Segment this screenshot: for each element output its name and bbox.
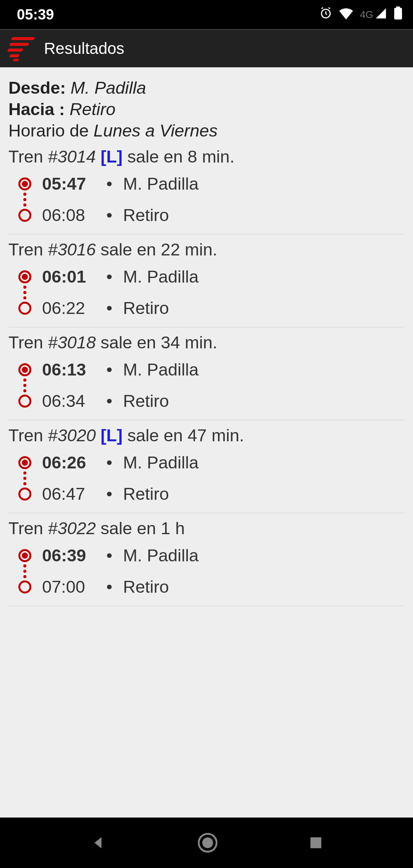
train-item[interactable]: Tren #3014 [L] sale en 8 min.05:47•M. Pa…: [8, 147, 405, 234]
train-number: #3016: [48, 240, 96, 259]
separator-dot: •: [106, 296, 112, 320]
from-label: Desde:: [8, 78, 71, 98]
signal-icon: [375, 7, 387, 23]
app-bar: Resultados: [0, 29, 413, 67]
arrival-marker-icon: [18, 302, 31, 315]
arrival-row: 06:22•Retiro: [18, 296, 405, 320]
nav-home-icon[interactable]: [197, 832, 218, 853]
arrival-time: 07:00: [42, 575, 96, 599]
arrival-marker-icon: [18, 488, 31, 501]
status-time: 05:39: [17, 7, 54, 23]
departure-row: 05:47•M. Padilla: [18, 172, 405, 196]
separator-dot: •: [106, 544, 112, 567]
train-item[interactable]: Tren #3016 sale en 22 min.06:01•M. Padil…: [8, 240, 405, 327]
to-value: Retiro: [70, 99, 115, 119]
route-connector-icon: [18, 563, 31, 580]
route-connector-icon: [18, 377, 31, 394]
battery-icon: [394, 7, 402, 23]
train-title: Tren #3016 sale en 22 min.: [8, 240, 405, 260]
departure-time: 06:39: [42, 544, 96, 567]
separator-dot: •: [106, 482, 112, 506]
arrival-station: Retiro: [123, 389, 169, 413]
departure-station: M. Padilla: [123, 451, 199, 475]
route-schedule: Horario de Lunes a Viernes: [8, 120, 405, 141]
train-item[interactable]: Tren #3018 sale en 34 min.06:13•M. Padil…: [8, 333, 405, 420]
departure-marker-icon: [18, 363, 31, 376]
nav-back-icon[interactable]: [90, 834, 107, 851]
departure-row: 06:39•M. Padilla: [18, 544, 405, 567]
train-prefix: Tren: [8, 147, 48, 166]
train-stops: 06:13•M. Padilla06:34•Retiro: [8, 358, 405, 413]
departure-row: 06:13•M. Padilla: [18, 358, 405, 382]
train-prefix: Tren: [8, 333, 48, 352]
connector-row: [18, 382, 405, 389]
departure-time: 06:26: [42, 451, 96, 475]
route-connector-icon: [18, 191, 31, 208]
connector-row: [18, 567, 405, 575]
departure-station: M. Padilla: [123, 358, 199, 382]
train-suffix: sale en 22 min.: [96, 240, 218, 259]
arrival-marker-icon: [18, 395, 31, 408]
arrival-station: Retiro: [123, 296, 169, 320]
train-number: #3014: [48, 147, 96, 166]
arrival-time: 06:08: [42, 203, 96, 227]
train-item[interactable]: Tren #3022 sale en 1 h06:39•M. Padilla07…: [8, 519, 405, 606]
separator-dot: •: [106, 451, 112, 475]
route-to: Hacia : Retiro: [8, 99, 405, 120]
arrival-time: 06:22: [42, 296, 96, 320]
departure-row: 06:26•M. Padilla: [18, 451, 405, 475]
train-tag: [L]: [101, 426, 122, 445]
train-stops: 06:01•M. Padilla06:22•Retiro: [8, 265, 405, 320]
train-title: Tren #3018 sale en 34 min.: [8, 333, 405, 353]
route-from: Desde: M. Padilla: [8, 77, 405, 99]
wifi-icon: [339, 7, 353, 23]
arrival-marker-icon: [18, 580, 31, 593]
train-suffix: sale en 1 h: [96, 519, 185, 538]
separator-dot: •: [106, 265, 112, 289]
departure-time: 05:47: [42, 172, 96, 196]
departure-marker-icon: [18, 456, 31, 469]
arrival-marker-icon: [18, 209, 31, 222]
train-stops: 05:47•M. Padilla06:08•Retiro: [8, 172, 405, 227]
train-suffix: sale en 47 min.: [122, 426, 244, 445]
separator-dot: •: [106, 389, 112, 413]
connector-row: [18, 475, 405, 482]
departure-station: M. Padilla: [123, 544, 199, 567]
route-connector-icon: [18, 284, 31, 301]
departure-marker-icon: [18, 177, 31, 190]
arrival-row: 06:47•Retiro: [18, 482, 405, 506]
train-prefix: Tren: [8, 426, 48, 445]
train-title: Tren #3020 [L] sale en 47 min.: [8, 426, 405, 445]
departure-time: 06:13: [42, 358, 96, 382]
train-stops: 06:26•M. Padilla06:47•Retiro: [8, 451, 405, 506]
train-prefix: Tren: [8, 519, 48, 538]
train-suffix: sale en 8 min.: [122, 147, 234, 166]
nav-bar: [0, 818, 413, 868]
departure-time: 06:01: [42, 265, 96, 289]
svg-rect-5: [310, 837, 321, 848]
train-title: Tren #3014 [L] sale en 8 min.: [8, 147, 405, 167]
app-logo-icon: [8, 35, 34, 62]
arrival-station: Retiro: [123, 575, 169, 599]
nav-recent-icon[interactable]: [309, 835, 323, 850]
arrival-row: 07:00•Retiro: [18, 575, 405, 599]
app-bar-title: Resultados: [44, 39, 124, 58]
route-connector-icon: [18, 470, 31, 487]
train-number: #3022: [48, 519, 96, 538]
arrival-row: 06:34•Retiro: [18, 389, 405, 413]
svg-point-4: [202, 837, 213, 848]
separator-dot: •: [106, 203, 112, 227]
network-type: 4G: [360, 9, 373, 21]
separator-dot: •: [106, 575, 112, 599]
arrival-station: Retiro: [123, 482, 169, 506]
departure-station: M. Padilla: [123, 172, 199, 196]
departure-row: 06:01•M. Padilla: [18, 265, 405, 289]
train-item[interactable]: Tren #3020 [L] sale en 47 min.06:26•M. P…: [8, 426, 405, 513]
train-prefix: Tren: [8, 240, 48, 259]
status-icons: 4G: [319, 7, 402, 23]
schedule-value: Lunes a Viernes: [94, 121, 218, 140]
arrival-row: 06:08•Retiro: [18, 203, 405, 227]
schedule-prefix: Horario de: [8, 121, 94, 140]
train-tag: [L]: [101, 147, 122, 166]
results-content: Desde: M. Padilla Hacia : Retiro Horario…: [0, 67, 413, 606]
